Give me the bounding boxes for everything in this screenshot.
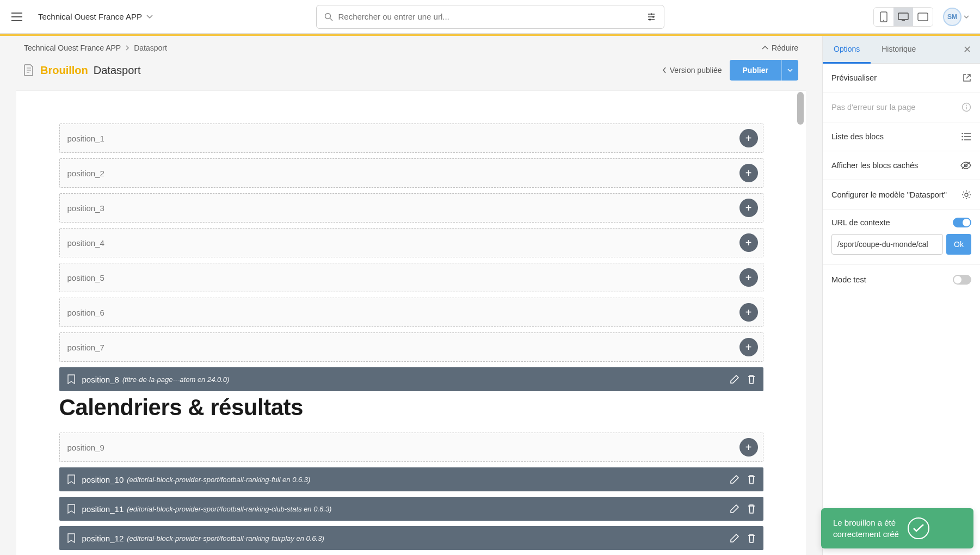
block-label: position_12 [82, 534, 124, 543]
block-label: position_11 [82, 504, 124, 514]
block-label: position_2 [67, 169, 104, 178]
panel-context-url: URL de contexte Ok [823, 210, 980, 265]
block-label: position_1 [67, 134, 104, 143]
chevron-right-icon [125, 45, 130, 51]
search-bar[interactable] [316, 5, 664, 29]
svg-point-9 [966, 105, 967, 106]
app-name: Technical Ouest France APP [38, 12, 142, 21]
svg-rect-7 [918, 13, 928, 21]
block-label: position_7 [67, 343, 104, 352]
breadcrumb-root[interactable]: Technical Ouest France APP [24, 44, 121, 52]
breadcrumb-current: Datasport [134, 44, 167, 52]
block-preview: Calendriers & résultats [59, 391, 763, 427]
edit-block-button[interactable] [730, 504, 739, 514]
filled-block[interactable]: position_8(titre-de-la-page---atom en 24… [59, 367, 763, 391]
block-label: position_3 [67, 203, 104, 213]
bookmark-icon [67, 474, 76, 484]
search-input[interactable] [338, 12, 646, 21]
search-icon [324, 13, 333, 21]
svg-point-3 [649, 18, 651, 21]
chevron-up-icon [762, 46, 768, 50]
add-block-button[interactable]: + [739, 199, 758, 217]
device-mobile[interactable] [874, 8, 893, 26]
add-block-button[interactable]: + [739, 338, 758, 356]
delete-block-button[interactable] [747, 474, 756, 484]
gear-icon [961, 190, 971, 200]
add-block-button[interactable]: + [739, 268, 758, 287]
mode-test-toggle[interactable] [953, 275, 971, 285]
publish-button[interactable]: Publier [730, 60, 798, 81]
filled-block[interactable]: position_12(editorial-block-provider-spo… [59, 526, 763, 550]
tab-options[interactable]: Options [823, 36, 871, 64]
add-block-button[interactable]: + [739, 164, 758, 182]
empty-block: position_9+ [59, 433, 763, 462]
add-block-button[interactable]: + [739, 129, 758, 147]
delete-block-button[interactable] [747, 504, 756, 514]
empty-block: position_4+ [59, 228, 763, 257]
info-icon [961, 102, 971, 112]
bookmark-icon [67, 504, 76, 514]
device-toggle [873, 7, 933, 27]
canvas: position_1+position_2+position_3+positio… [16, 91, 806, 555]
block-label: position_10 [82, 475, 124, 484]
device-tablet[interactable] [913, 8, 933, 26]
svg-point-12 [961, 139, 963, 140]
block-meta: (editorial-block-provider-sport/football… [127, 505, 331, 513]
context-url-input[interactable] [831, 234, 943, 255]
delete-block-button[interactable] [747, 533, 756, 543]
list-icon [961, 133, 971, 140]
breadcrumb: Technical Ouest France APP Datasport Réd… [16, 36, 806, 58]
add-block-button[interactable]: + [739, 303, 758, 322]
edit-block-button[interactable] [730, 533, 739, 543]
panel-errors[interactable]: Pas d'erreur sur la page [823, 92, 980, 122]
context-url-toggle[interactable] [953, 218, 971, 227]
svg-point-0 [325, 13, 330, 18]
block-meta: (titre-de-la-page---atom en 24.0.0) [122, 375, 230, 384]
svg-point-1 [650, 13, 652, 15]
add-block-button[interactable]: + [739, 233, 758, 252]
chevron-down-icon [964, 15, 969, 18]
block-meta: (editorial-block-provider-sport/football… [127, 534, 324, 542]
bookmark-icon [67, 533, 76, 543]
draft-badge: Brouillon [40, 64, 88, 77]
svg-point-10 [961, 133, 963, 134]
context-url-ok[interactable]: Ok [946, 234, 971, 255]
document-icon [24, 64, 34, 76]
panel-preview[interactable]: Prévisualiser [823, 64, 980, 92]
filled-block[interactable]: position_11(editorial-block-provider-spo… [59, 497, 763, 521]
publish-dropdown[interactable] [781, 60, 798, 81]
block-label: position_4 [67, 238, 104, 248]
external-link-icon [963, 73, 971, 82]
add-block-button[interactable]: + [739, 438, 758, 457]
edit-block-button[interactable] [730, 374, 739, 384]
tune-icon[interactable] [646, 12, 656, 22]
filled-block[interactable]: position_10(editorial-block-provider-spo… [59, 467, 763, 491]
panel-configure-model[interactable]: Configurer le modèle "Datasport" [823, 180, 980, 210]
page-title: Datasport [94, 64, 141, 77]
reduce-button[interactable]: Réduire [762, 44, 798, 52]
panel-block-list[interactable]: Liste des blocs [823, 122, 980, 151]
svg-point-5 [883, 20, 884, 21]
eye-off-icon [960, 161, 971, 170]
tab-history[interactable]: Historique [871, 36, 927, 63]
preview-title: Calendriers & résultats [59, 394, 763, 421]
toast-success: Le brouillon a été correctement créé [821, 508, 973, 548]
hamburger-menu[interactable] [11, 11, 23, 23]
block-label: position_6 [67, 308, 104, 317]
close-panel[interactable]: ✕ [954, 36, 980, 63]
user-menu[interactable]: SM [939, 8, 969, 26]
block-label: position_5 [67, 273, 104, 282]
device-desktop[interactable] [893, 8, 913, 26]
edit-block-button[interactable] [730, 474, 739, 484]
check-icon [908, 517, 929, 539]
published-version-link[interactable]: Version publiée [662, 66, 722, 75]
svg-point-2 [652, 16, 654, 18]
delete-block-button[interactable] [747, 374, 756, 384]
empty-block: position_1+ [59, 124, 763, 153]
panel-show-hidden[interactable]: Afficher les blocs cachés [823, 151, 980, 180]
empty-block: position_2+ [59, 158, 763, 188]
chevron-left-icon [662, 67, 667, 73]
block-meta: (editorial-block-provider-sport/football… [127, 476, 310, 484]
app-switcher[interactable]: Technical Ouest France APP [38, 12, 153, 21]
empty-block: position_7+ [59, 332, 763, 362]
